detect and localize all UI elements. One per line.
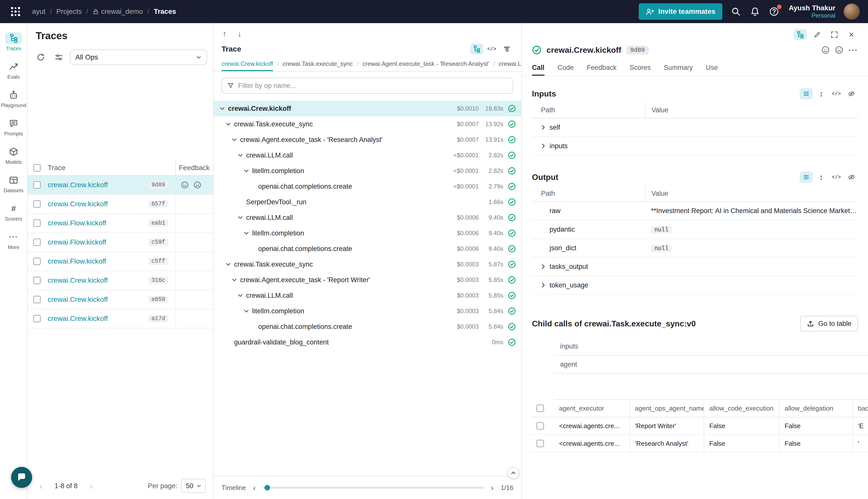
filter-settings-icon[interactable] [52,50,66,64]
call-id-badge[interactable]: 9d89 [627,46,649,54]
table-row[interactable]: crewai.Flow.kickoff eab1 [28,214,213,233]
ops-filter-select[interactable]: All Ops [70,49,207,65]
output-row[interactable]: json_dict null [532,239,858,257]
timeline-prev-icon[interactable]: ‹ [251,483,258,492]
table-row[interactable]: crewai.Crew.kickoff e058 [28,290,213,309]
child-call-row[interactable]: <crewai.agents.cre... 'Research Analyst'… [532,435,868,452]
chevron-right-icon[interactable] [540,124,546,131]
trace-tree-node[interactable]: crewai.Task.execute_sync $0.0003 5.87s [213,257,521,272]
tab-summary[interactable]: Summary [664,61,693,76]
output-row[interactable]: token_usage [532,276,858,295]
trace-tree-node[interactable]: guardrail-validate_blog_content 0ms [213,334,521,350]
thumbs-down-frowny-icon[interactable] [194,181,201,189]
column-header[interactable]: allow_delegation [779,400,853,417]
trace-link[interactable]: crewai.Crew.kickoff [48,315,108,322]
chevron-down-icon[interactable] [243,307,250,315]
chevron-down-icon[interactable] [243,167,250,175]
tab-llm-call[interactable]: crewai.LLM.call [499,57,521,71]
trace-link[interactable]: crewai.Flow.kickoff [48,257,106,265]
show-trace-tree-icon[interactable] [794,29,807,40]
trace-tree-node[interactable]: openai.chat.completions.create $0.0003 5… [213,319,521,334]
trace-link[interactable]: crewai.Flow.kickoff [48,219,106,227]
column-header[interactable]: agent_executor [554,400,629,417]
row-checkbox[interactable] [33,296,41,303]
tree-view-icon[interactable] [470,44,483,54]
code-view-icon[interactable]: </> [830,172,843,183]
sidebar-item-playground[interactable]: Playground [0,85,27,112]
notifications-bell-icon[interactable] [749,6,760,17]
chevron-down-icon[interactable] [231,276,238,284]
tab-crew-kickoff[interactable]: crewai.Crew.kickoff [222,57,273,71]
hide-values-eye-icon[interactable] [845,88,858,99]
row-checkbox[interactable] [33,277,41,284]
trace-tree-node[interactable]: openai.chat.completions.create $0.0006 9… [213,241,521,257]
tab-code[interactable]: Code [558,61,574,76]
page-prev-icon[interactable]: ‹ [35,481,48,491]
row-checkbox[interactable] [33,315,41,322]
flame-graph-icon[interactable] [500,44,513,54]
invite-teammates-button[interactable]: Invite teammates [639,3,722,20]
tab-use[interactable]: Use [706,61,718,76]
table-row[interactable]: crewai.Crew.kickoff a17d [28,309,213,328]
trace-tree-node[interactable]: litellm.completion <$0.0001 2.82s [213,163,521,179]
row-checkbox[interactable] [536,422,544,430]
per-page-select[interactable]: 50 [181,479,206,493]
column-header[interactable]: agent_ops_agent_name [629,400,704,417]
row-checkbox[interactable] [536,440,544,447]
page-next-icon[interactable]: › [85,481,97,491]
trace-tree-node[interactable]: openai.chat.completions.create <$0.0001 … [213,179,521,194]
output-row[interactable]: tasks_output [532,257,858,276]
chevron-right-icon[interactable] [540,143,546,149]
prev-call-arrow-icon[interactable]: ↑ [223,29,226,38]
edit-pencil-icon[interactable] [811,29,824,40]
sidebar-item-models[interactable]: Models [0,142,27,169]
trace-tree-node[interactable]: SerperDevTool._run 1.66s [213,194,521,210]
row-checkbox[interactable] [33,239,41,246]
chevron-down-icon[interactable] [231,136,238,144]
search-icon[interactable] [730,6,741,17]
tab-call[interactable]: Call [532,61,545,76]
go-to-table-button[interactable]: Go to table [800,316,858,331]
help-icon[interactable] [769,6,780,17]
row-checkbox[interactable] [33,181,41,189]
chevron-down-icon[interactable] [237,214,244,221]
close-icon[interactable]: × [845,29,858,40]
timeline-next-icon[interactable]: › [489,483,496,492]
table-row[interactable]: crewai.Crew.kickoff 9d89 [28,175,213,195]
trace-tree-node[interactable]: litellm.completion $0.0003 5.84s [213,303,521,319]
breadcrumb-projects[interactable]: Projects [56,8,82,15]
row-checkbox[interactable] [33,219,41,227]
select-all-checkbox[interactable] [536,404,544,412]
code-view-icon[interactable]: </> [830,88,843,99]
tab-scores[interactable]: Scores [630,61,651,76]
sidebar-item-evals[interactable]: Evals [0,57,27,84]
chevron-down-icon[interactable] [224,120,232,128]
refresh-icon[interactable] [34,50,48,64]
list-view-icon[interactable] [800,88,813,99]
sidebar-item-prompts[interactable]: Prompts [0,113,27,141]
account-switcher[interactable]: Ayush Thakur Personal [789,4,835,19]
list-view-icon[interactable] [800,172,813,183]
code-view-icon[interactable]: </> [485,44,498,54]
thumbs-up-smiley-icon[interactable] [181,181,189,189]
expand-rows-icon[interactable]: ↕ [815,88,828,99]
trace-link[interactable]: crewai.Crew.kickoff [48,200,108,208]
tab-task-execute[interactable]: crewai.Task.execute_sync [283,57,353,71]
breadcrumb-entity[interactable]: ayut [32,8,46,15]
trace-tree-node[interactable]: crewai.Agent.execute_task - 'Report Writ… [213,272,521,288]
select-all-checkbox[interactable] [33,164,41,172]
chevron-right-icon[interactable] [540,282,546,289]
trace-link[interactable]: crewai.Crew.kickoff [48,295,108,304]
op-filter-input[interactable] [238,82,508,90]
trace-tree-node[interactable]: crewai.Agent.execute_task - 'Research An… [213,132,521,147]
table-row[interactable]: crewai.Crew.kickoff 657f [28,195,213,214]
wandb-logo-icon[interactable] [8,4,23,19]
output-row[interactable]: raw **Investment Report: AI in Chemical … [532,202,858,220]
timeline-slider-handle[interactable] [264,485,270,490]
sidebar-item-traces[interactable]: Traces [0,28,27,56]
table-row[interactable]: crewai.Flow.kickoff c5ff [28,252,213,271]
feedback-frowny-icon[interactable] [835,46,843,54]
support-chat-button[interactable] [11,467,32,488]
trace-tree-node[interactable]: crewai.LLM.call <$0.0001 2.82s [213,147,521,163]
sidebar-item-scorers[interactable]: # Scorers [0,198,27,226]
